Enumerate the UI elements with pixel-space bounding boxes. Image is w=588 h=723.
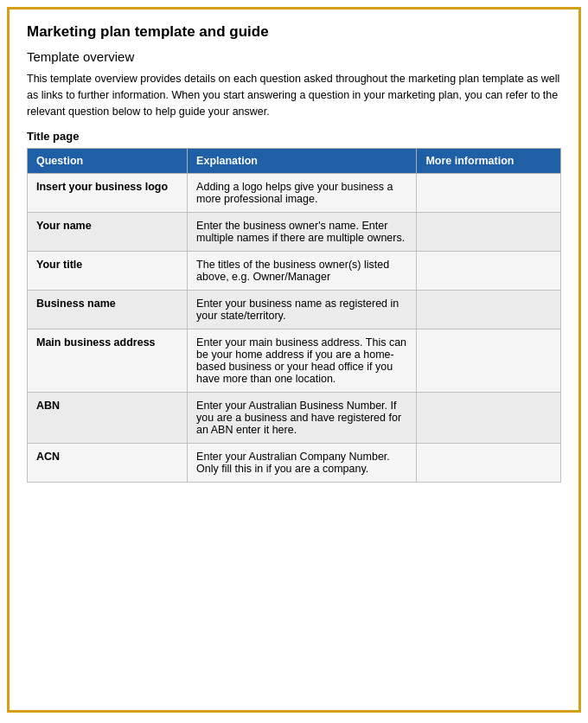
cell-question: Main business address	[28, 330, 188, 393]
table-row: Insert your business logoAdding a logo h…	[28, 174, 561, 213]
cell-more-information	[417, 330, 561, 393]
cell-explanation: Enter your business name as registered i…	[188, 291, 417, 330]
header-question: Question	[28, 149, 188, 174]
cell-question: Your title	[28, 252, 188, 291]
cell-explanation: Enter your Australian Business Number. I…	[188, 393, 417, 444]
cell-explanation: The titles of the business owner(s) list…	[188, 252, 417, 291]
table-row: Business nameEnter your business name as…	[28, 291, 561, 330]
header-more-information: More information	[417, 149, 561, 174]
cell-more-information	[417, 174, 561, 213]
cell-question: ABN	[28, 393, 188, 444]
section-heading: Template overview	[27, 49, 561, 64]
table-row: Main business addressEnter your main bus…	[28, 330, 561, 393]
cell-more-information	[417, 252, 561, 291]
header-explanation: Explanation	[188, 149, 417, 174]
cell-question: Your name	[28, 213, 188, 252]
page-container: Marketing plan template and guide Templa…	[7, 7, 581, 713]
table-row: Your nameEnter the business owner's name…	[28, 213, 561, 252]
cell-explanation: Adding a logo helps give your business a…	[188, 174, 417, 213]
table-row: Your titleThe titles of the business own…	[28, 252, 561, 291]
cell-more-information	[417, 444, 561, 483]
cell-explanation: Enter the business owner's name. Enter m…	[188, 213, 417, 252]
cell-question: Insert your business logo	[28, 174, 188, 213]
main-title: Marketing plan template and guide	[27, 23, 561, 41]
cell-question: ACN	[28, 444, 188, 483]
table-row: ACNEnter your Australian Company Number.…	[28, 444, 561, 483]
overview-table: Question Explanation More information In…	[27, 148, 561, 483]
intro-text: This template overview provides details …	[27, 71, 561, 119]
cell-more-information	[417, 213, 561, 252]
title-page-label: Title page	[27, 130, 561, 143]
cell-explanation: Enter your Australian Company Number. On…	[188, 444, 417, 483]
table-row: ABNEnter your Australian Business Number…	[28, 393, 561, 444]
cell-question: Business name	[28, 291, 188, 330]
cell-more-information	[417, 393, 561, 444]
cell-explanation: Enter your main business address. This c…	[188, 330, 417, 393]
cell-more-information	[417, 291, 561, 330]
